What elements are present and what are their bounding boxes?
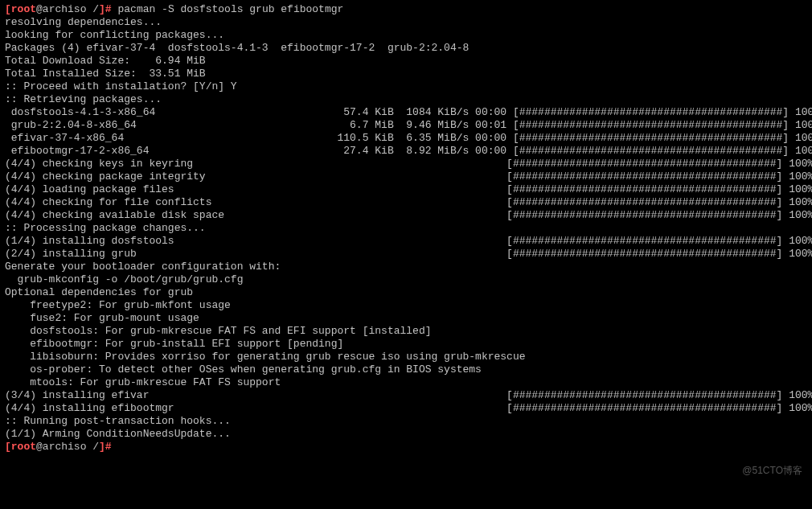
output-line: fuse2: For grub-mount usage (5, 312, 807, 325)
output-line: (1/1) Arming ConditionNeedsUpdate... (5, 428, 807, 441)
output-line: dosfstools: For grub-mkrescue FAT FS and… (5, 325, 807, 338)
download-line: efibootmgr-17-2-x86_64 27.4 KiB 8.92 MiB… (5, 145, 807, 158)
check-line: (4/4) checking package integrity [######… (5, 170, 807, 183)
download-line: efivar-37-4-x86_64 110.5 KiB 6.35 MiB/s … (5, 132, 807, 145)
prompt-user: root (11, 3, 36, 15)
prompt-close: ]# (99, 441, 112, 453)
output-line: :: Running post-transaction hooks... (5, 415, 807, 428)
prompt-host: archiso (43, 441, 87, 453)
output-line: resolving dependencies... (5, 16, 807, 29)
check-line: (4/4) checking for file conflicts [#####… (5, 196, 807, 209)
output-line: efibootmgr: For grub-install EFI support… (5, 338, 807, 351)
prompt-line-1: [root@archiso /]# pacman -S dosfstools g… (5, 3, 807, 16)
output-line: Packages (4) efivar-37-4 dosfstools-4.1-… (5, 42, 807, 55)
output-line: :: Processing package changes... (5, 222, 807, 235)
prompt-open: [ (5, 3, 11, 15)
output-line: mtools: For grub-mkrescue FAT FS support (5, 376, 807, 389)
check-line: (4/4) checking available disk space [###… (5, 209, 807, 222)
output-line: os-prober: To detect other OSes when gen… (5, 363, 807, 376)
prompt-host: archiso (43, 3, 87, 15)
check-line: (4/4) checking keys in keyring [########… (5, 158, 807, 170)
output-line: grub-mkconfig -o /boot/grub/grub.cfg (5, 273, 807, 286)
output-line: looking for conflicting packages... (5, 29, 807, 42)
prompt-at: @ (36, 441, 43, 453)
prompt-user: root (11, 441, 36, 453)
prompt-path: / (86, 441, 99, 453)
output-line: Total Download Size: 6.94 MiB (5, 55, 807, 68)
download-line: grub-2:2.04-8-x86_64 6.7 MiB 9.46 MiB/s … (5, 119, 807, 132)
output-line: :: Proceed with installation? [Y/n] Y (5, 80, 807, 93)
install-line: (1/4) installing dosfstools [###########… (5, 235, 807, 248)
output-line: libisoburn: Provides xorriso for generat… (5, 351, 807, 363)
check-line: (4/4) loading package files [###########… (5, 183, 807, 196)
prompt-line-2[interactable]: [root@archiso /]# (5, 441, 807, 454)
download-line: dosfstools-4.1-3-x86_64 57.4 KiB 1084 Ki… (5, 106, 807, 119)
prompt-open: [ (5, 441, 11, 453)
output-line: :: Retrieving packages... (5, 93, 807, 106)
prompt-close: ]# (99, 3, 112, 15)
prompt-path: / (86, 3, 99, 15)
install-line: (3/4) installing efivar [###############… (5, 389, 807, 402)
output-line: freetype2: For grub-mkfont usage (5, 299, 807, 312)
prompt-at: @ (36, 3, 43, 15)
output-line: Total Installed Size: 33.51 MiB (5, 68, 807, 80)
output-line: Generate your bootloader configuration w… (5, 261, 807, 273)
command-text: pacman -S dosfstools grub efibootmgr (112, 3, 344, 15)
install-line: (2/4) installing grub [#################… (5, 248, 807, 261)
output-line: Optional dependencies for grub (5, 286, 807, 299)
watermark-text: @51CTO博客 (742, 464, 802, 477)
install-line: (4/4) installing efibootmgr [###########… (5, 402, 807, 415)
